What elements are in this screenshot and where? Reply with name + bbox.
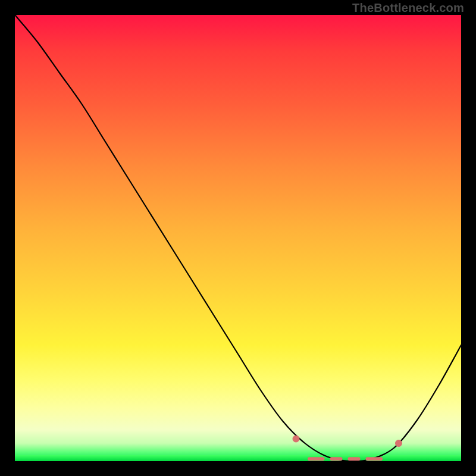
- plot-area: [15, 15, 461, 461]
- curve-layer: [15, 15, 461, 461]
- bottleneck-curve: [15, 15, 461, 461]
- marker-dot: [396, 440, 402, 447]
- chart-container: TheBottleneck.com: [0, 0, 476, 476]
- marker-dot: [293, 436, 299, 442]
- attribution-label: TheBottleneck.com: [352, 1, 464, 15]
